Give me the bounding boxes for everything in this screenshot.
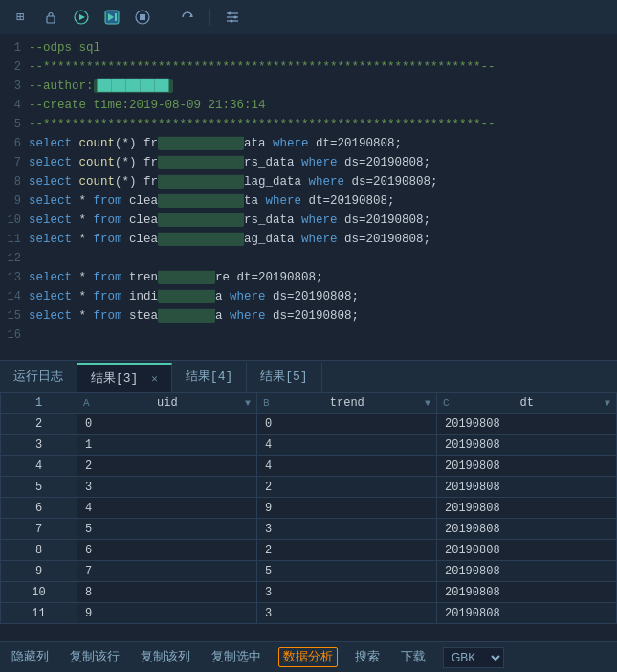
table-row[interactable]: 75320190808 <box>1 519 617 540</box>
bottom-bar: 隐藏列 复制该行 复制该列 复制选中 数据分析 搜索 下载 GBK UTF-8 <box>0 641 617 672</box>
row-number: 10 <box>1 582 77 603</box>
cell-uid: 6 <box>77 540 257 561</box>
editor-line: 12 <box>0 249 617 268</box>
table-row[interactable]: 64920190808 <box>1 498 617 519</box>
copy-select-btn[interactable]: 复制选中 <box>208 647 265 667</box>
row-number: 6 <box>1 498 77 519</box>
tools-icon[interactable] <box>222 7 243 28</box>
code-editor[interactable]: 1--odps sql2--**************************… <box>0 34 617 360</box>
line-number: 9 <box>0 191 29 211</box>
editor-line: 14select * from indi████████a where ds=2… <box>0 287 617 306</box>
table-row[interactable]: 108320190808 <box>1 582 617 603</box>
tab-runlog[interactable]: 运行日志 <box>0 363 77 392</box>
cell-uid: 3 <box>77 477 257 498</box>
sort-arrow-b[interactable]: ▼ <box>425 398 430 409</box>
stop-icon[interactable] <box>132 7 153 28</box>
line-number: 10 <box>0 211 29 230</box>
table-row[interactable]: 20020190808 <box>1 414 617 435</box>
close-tab-icon[interactable]: ✕ <box>151 373 158 385</box>
cell-trend: 4 <box>257 435 437 456</box>
line-content: --odps sql <box>29 38 617 57</box>
cell-dt: 20190808 <box>437 519 617 540</box>
editor-line: 7select count(*) fr████████████rs_data w… <box>0 153 617 172</box>
line-content: select * from indi████████a where ds=201… <box>29 287 617 306</box>
results-table: 1 A uid ▼ B trend ▼ <box>0 392 617 624</box>
line-number: 11 <box>0 230 29 249</box>
line-number: 16 <box>0 325 29 345</box>
copy-col-btn[interactable]: 复制该列 <box>137 647 194 667</box>
cell-dt: 20190808 <box>437 603 617 624</box>
line-content: --create time:2019-08-09 21:36:14 <box>29 96 617 115</box>
col-header-b[interactable]: B trend ▼ <box>257 393 437 414</box>
editor-line: 2--*************************************… <box>0 57 617 77</box>
main-panel: 1--odps sql2--**************************… <box>0 34 617 672</box>
table-row[interactable]: 119320190808 <box>1 603 617 624</box>
line-content: --author:██████████ <box>29 77 617 96</box>
row-number: 7 <box>1 519 77 540</box>
editor-line: 8select count(*) fr████████████lag_data … <box>0 172 617 191</box>
cell-trend: 9 <box>257 498 437 519</box>
table-row[interactable]: 86220190808 <box>1 540 617 561</box>
col-header-c[interactable]: C dt ▼ <box>437 393 617 414</box>
cell-trend: 3 <box>257 603 437 624</box>
line-content: --**************************************… <box>29 57 617 77</box>
editor-line: 3--author:██████████ <box>0 77 617 96</box>
play-icon[interactable] <box>71 7 92 28</box>
sort-arrow-c[interactable]: ▼ <box>605 398 610 409</box>
cell-trend: 2 <box>257 540 437 561</box>
line-content: select count(*) fr████████████lag_data w… <box>29 172 617 191</box>
table-row[interactable]: 31420190808 <box>1 435 617 456</box>
encoding-select[interactable]: GBK UTF-8 <box>443 647 504 668</box>
table-row[interactable]: 42420190808 <box>1 456 617 477</box>
line-number: 14 <box>0 287 29 306</box>
line-content: select count(*) fr████████████ata where … <box>29 134 617 153</box>
grid-icon[interactable]: ⊞ <box>10 7 31 28</box>
line-content: select * from clea████████████ta where d… <box>29 191 617 211</box>
row-number: 5 <box>1 477 77 498</box>
row-num-header: 1 <box>1 393 77 414</box>
cell-dt: 20190808 <box>437 477 617 498</box>
line-number: 2 <box>0 57 29 77</box>
tabs-bar: 运行日志 结果[3] ✕ 结果[4] 结果[5] <box>0 360 617 392</box>
cell-dt: 20190808 <box>437 414 617 435</box>
toolbar: ⊞ <box>0 0 617 34</box>
line-number: 7 <box>0 153 29 172</box>
tab-result4[interactable]: 结果[4] <box>172 363 247 392</box>
table-row[interactable]: 53220190808 <box>1 477 617 498</box>
row-number: 4 <box>1 456 77 477</box>
line-content: select count(*) fr████████████rs_data wh… <box>29 153 617 172</box>
line-number: 13 <box>0 268 29 287</box>
copy-row-btn[interactable]: 复制该行 <box>66 647 123 667</box>
svg-rect-5 <box>115 13 117 21</box>
cell-dt: 20190808 <box>437 435 617 456</box>
editor-line: 11select * from clea████████████ag_data … <box>0 230 617 249</box>
line-number: 6 <box>0 134 29 153</box>
cell-trend: 3 <box>257 519 437 540</box>
line-content <box>29 325 617 345</box>
tab-result3[interactable]: 结果[3] ✕ <box>77 363 172 392</box>
cell-dt: 20190808 <box>437 456 617 477</box>
tab-result5[interactable]: 结果[5] <box>247 363 321 392</box>
line-number: 15 <box>0 306 29 325</box>
lock-icon[interactable] <box>40 7 61 28</box>
download-btn[interactable]: 下载 <box>397 647 430 667</box>
row-number: 9 <box>1 561 77 582</box>
svg-rect-0 <box>47 16 55 23</box>
line-content: --**************************************… <box>29 115 617 134</box>
editor-line: 15select * from stea████████a where ds=2… <box>0 306 617 325</box>
results-scroll[interactable]: 1 A uid ▼ B trend ▼ <box>0 392 617 641</box>
refresh-icon[interactable] <box>177 7 198 28</box>
editor-line: 10select * from clea████████████rs_data … <box>0 211 617 230</box>
cell-uid: 8 <box>77 582 257 603</box>
col-header-a[interactable]: A uid ▼ <box>77 393 257 414</box>
analyze-btn[interactable]: 数据分析 <box>278 647 338 667</box>
step-icon[interactable] <box>101 7 122 28</box>
row-number: 2 <box>1 414 77 435</box>
sort-arrow-a[interactable]: ▼ <box>245 398 251 409</box>
table-row[interactable]: 97520190808 <box>1 561 617 582</box>
hide-col-btn[interactable]: 隐藏列 <box>8 647 53 667</box>
editor-line: 16 <box>0 325 617 345</box>
svg-point-12 <box>234 15 237 18</box>
search-btn[interactable]: 搜索 <box>351 647 384 667</box>
cell-uid: 9 <box>77 603 257 624</box>
